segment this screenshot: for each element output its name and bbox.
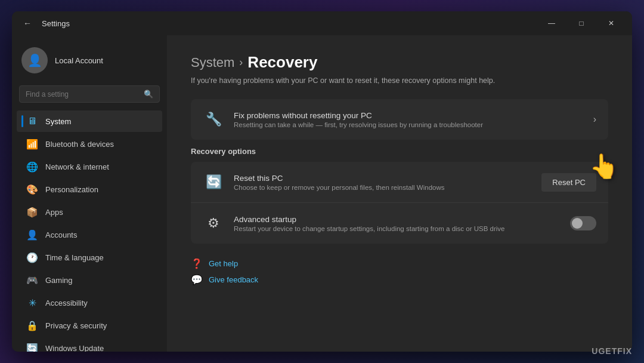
reset-pc-item[interactable]: 🔄 Reset this PC Choose to keep or remove…	[191, 162, 608, 202]
desktop-background: ← Settings — □ ✕ 👤 Local Account	[0, 0, 644, 363]
apps-icon: 📦	[26, 206, 38, 218]
reset-pc-button[interactable]: Reset PC	[541, 173, 596, 192]
fix-problems-icon: 🔧	[203, 109, 224, 130]
gaming-icon: 🎮	[26, 274, 38, 286]
page-subtitle: If you're having problems with your PC o…	[191, 76, 608, 85]
sidebar-label-apps: Apps	[45, 208, 63, 217]
sidebar-label-updates: Windows Update	[45, 344, 104, 352]
close-button[interactable]: ✕	[597, 14, 625, 33]
sidebar-item-accessibility[interactable]: ✳ Accessibility	[17, 292, 162, 313]
reset-pc-desc: Choose to keep or remove your personal f…	[234, 184, 532, 191]
back-button[interactable]: ←	[19, 15, 36, 32]
sidebar-label-time: Time & language	[45, 253, 104, 262]
system-icon: 🖥	[26, 115, 38, 127]
reset-pc-text: Reset this PC Choose to keep or remove y…	[234, 174, 532, 191]
main-panel: System › Recovery If you're having probl…	[167, 35, 632, 352]
get-help-link[interactable]: ❓ Get help	[191, 256, 608, 272]
avatar-icon: 👤	[27, 53, 42, 67]
sidebar-item-personalization[interactable]: 🎨 Personalization	[17, 179, 162, 200]
get-help-icon: ❓	[191, 258, 203, 269]
breadcrumb-separator: ›	[239, 56, 243, 69]
fix-problems-text: Fix problems without resetting your PC R…	[234, 111, 584, 128]
get-help-label: Get help	[209, 259, 238, 268]
sidebar-label-bluetooth: Bluetooth & devices	[45, 140, 114, 149]
user-name: Local Account	[55, 56, 103, 65]
fix-problems-chevron: ›	[593, 114, 596, 125]
sidebar-label-accessibility: Accessibility	[45, 299, 88, 307]
breadcrumb-parent: System	[191, 55, 234, 70]
fix-problems-card: 🔧 Fix problems without resetting your PC…	[191, 99, 608, 140]
watermark: UGЕТFIX	[592, 346, 632, 356]
sidebar-item-gaming[interactable]: 🎮 Gaming	[17, 269, 162, 291]
sidebar-label-privacy: Privacy & security	[45, 321, 107, 330]
minimize-button[interactable]: —	[538, 14, 565, 33]
sidebar-label-gaming: Gaming	[45, 276, 73, 285]
reset-pc-action: Reset PC	[541, 173, 596, 192]
sidebar-item-network[interactable]: 🌐 Network & internet	[17, 156, 162, 177]
give-feedback-icon: 💬	[191, 274, 203, 285]
fix-problems-desc: Resetting can take a while — first, try …	[234, 121, 584, 128]
advanced-startup-title: Advanced startup	[234, 215, 561, 224]
advanced-startup-text: Advanced startup Restart your device to …	[234, 215, 561, 232]
settings-window: ← Settings — □ ✕ 👤 Local Account	[12, 11, 632, 352]
advanced-startup-item[interactable]: ⚙ Advanced startup Restart your device t…	[191, 202, 608, 244]
accessibility-icon: ✳	[26, 297, 38, 309]
chevron-right-icon: ›	[593, 114, 596, 124]
avatar: 👤	[21, 47, 48, 73]
give-feedback-label: Give feedback	[209, 275, 258, 284]
reset-pc-icon: 🔄	[203, 171, 224, 193]
sidebar-item-apps[interactable]: 📦 Apps	[17, 201, 162, 223]
give-feedback-link[interactable]: 💬 Give feedback	[191, 272, 608, 288]
sidebar-item-time[interactable]: 🕐 Time & language	[17, 247, 162, 268]
user-section: 👤 Local Account	[12, 40, 167, 83]
advanced-startup-action	[570, 216, 596, 230]
updates-icon: 🔄	[26, 342, 38, 352]
advanced-startup-toggle[interactable]	[570, 216, 596, 230]
recovery-options-header: Recovery options	[191, 147, 608, 156]
search-box[interactable]: 🔍	[19, 85, 160, 103]
window-controls: — □ ✕	[538, 14, 625, 33]
sidebar: 👤 Local Account 🔍 🖥 System 📶 Bluetooth	[12, 35, 167, 352]
title-bar-left: ← Settings	[19, 15, 70, 32]
time-icon: 🕐	[26, 251, 38, 263]
sidebar-label-system: System	[45, 117, 71, 126]
breadcrumb: System › Recovery	[191, 53, 608, 72]
maximize-button[interactable]: □	[568, 14, 595, 33]
privacy-icon: 🔒	[26, 319, 38, 331]
advanced-startup-desc: Restart your device to change startup se…	[234, 225, 561, 232]
personalization-icon: 🎨	[26, 183, 38, 195]
window-title: Settings	[42, 19, 70, 28]
network-icon: 🌐	[26, 161, 38, 173]
search-input[interactable]	[26, 90, 139, 99]
page-title: Recovery	[247, 53, 317, 72]
bluetooth-icon: 📶	[26, 138, 38, 150]
sidebar-item-accounts[interactable]: 👤 Accounts	[17, 224, 162, 245]
sidebar-item-updates[interactable]: 🔄 Windows Update	[17, 337, 162, 352]
recovery-options-card: 🔄 Reset this PC Choose to keep or remove…	[191, 162, 608, 244]
reset-pc-title: Reset this PC	[234, 174, 532, 183]
links-section: ❓ Get help 💬 Give feedback	[191, 256, 608, 288]
fix-problems-item[interactable]: 🔧 Fix problems without resetting your PC…	[191, 99, 608, 140]
sidebar-item-bluetooth[interactable]: 📶 Bluetooth & devices	[17, 133, 162, 155]
sidebar-label-network: Network & internet	[45, 162, 109, 171]
title-bar: ← Settings — □ ✕	[12, 11, 632, 35]
search-icon: 🔍	[144, 90, 153, 99]
advanced-startup-icon: ⚙	[203, 213, 224, 234]
content-area: 👤 Local Account 🔍 🖥 System 📶 Bluetooth	[12, 35, 632, 352]
accounts-icon: 👤	[26, 229, 38, 241]
sidebar-label-accounts: Accounts	[45, 230, 77, 239]
fix-problems-title: Fix problems without resetting your PC	[234, 111, 584, 120]
sidebar-item-privacy[interactable]: 🔒 Privacy & security	[17, 315, 162, 336]
sidebar-label-personalization: Personalization	[45, 185, 98, 194]
sidebar-item-system[interactable]: 🖥 System	[17, 110, 162, 132]
